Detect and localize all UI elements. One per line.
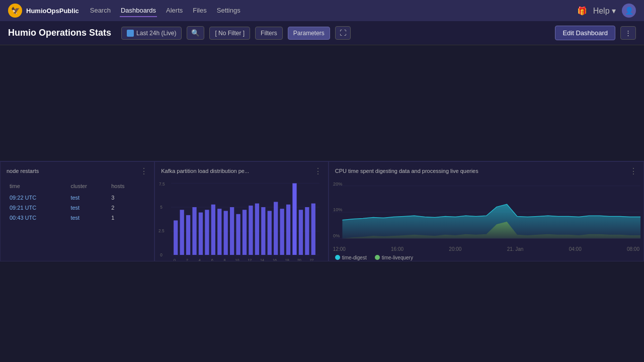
svg-text:7.5: 7.5 [159,182,165,187]
table-row: 00:43 UTC test 1 [10,213,145,222]
fullscreen-button[interactable]: ⛶ [335,26,351,40]
cluster-link[interactable]: test [70,195,79,201]
svg-rect-59 [274,202,278,254]
gift-icon[interactable]: 🎁 [577,6,587,16]
svg-rect-48 [205,210,209,255]
svg-text:20: 20 [297,258,301,261]
search-button[interactable]: 🔍 [187,26,204,40]
bottom-row: node restarts ⋮ time cluster hosts 09:22… [0,161,644,261]
cluster-link[interactable]: test [70,205,79,211]
dashboard-grid: ingest latency (live tail) seconds: mean… [0,45,644,161]
svg-rect-54 [243,210,247,255]
panel-header: Kafka partition load distribution pe... … [155,162,328,178]
nav-settings[interactable]: Settings [216,5,242,17]
nav-alerts[interactable]: Alerts [165,5,184,17]
brand: 🦅 HumioOpsPublic [8,4,79,18]
svg-text:2.5: 2.5 [158,228,165,233]
svg-rect-51 [224,211,228,255]
more-options-button[interactable]: ⋮ [620,26,636,40]
svg-text:10: 10 [235,258,239,261]
time-filter-button[interactable]: Last 24h (Live) [121,27,182,40]
nav-search[interactable]: Search [89,5,112,17]
panel-body: 20% 10% 0% [329,178,643,246]
svg-text:6: 6 [211,258,213,261]
user-avatar[interactable]: 👤 [622,4,636,18]
chart-legend: time-digest time-livequery [329,253,643,261]
hosts-value: 1 [111,213,145,222]
svg-rect-52 [230,207,234,255]
help-menu[interactable]: Help ▾ [593,6,616,16]
svg-rect-56 [255,204,259,255]
svg-text:5: 5 [160,205,163,210]
svg-rect-65 [311,204,315,255]
digest-color [335,255,340,260]
svg-rect-46 [193,207,197,255]
cluster-link[interactable]: test [70,215,79,221]
table-row: 09:21 UTC test 2 [10,203,145,212]
nav-dashboards[interactable]: Dashboards [120,5,157,17]
svg-rect-44 [180,210,184,255]
time-labels: 12:0016:0020:0021. Jan04:0008:00 [329,246,643,252]
checkbox-icon [127,30,134,37]
svg-rect-43 [174,220,178,255]
svg-text:18: 18 [285,258,289,261]
svg-text:0: 0 [160,252,163,257]
panel-cpu-digesting: CPU time spent digesting data and proces… [329,161,644,261]
time-link[interactable]: 09:22 UTC [10,195,36,201]
parameters-label: Parameters [293,30,325,37]
svg-text:0%: 0% [333,233,340,238]
panel-body: 7.5 5 2.5 0 [155,178,328,261]
svg-rect-64 [305,207,309,255]
col-cluster: cluster [70,181,110,192]
panel-title: Kafka partition load distribution pe... [161,168,249,174]
panel-menu-icon[interactable]: ⋮ [629,166,637,176]
livequery-color [375,255,380,260]
svg-rect-58 [268,211,272,255]
panel-title: CPU time spent digesting data and proces… [335,168,478,174]
svg-rect-57 [261,207,265,255]
svg-rect-61 [286,205,290,255]
time-link[interactable]: 00:43 UTC [10,215,36,221]
brand-logo: 🦅 [8,4,22,18]
top-nav: 🦅 HumioOpsPublic Search Dashboards Alert… [0,0,644,21]
svg-rect-60 [280,209,284,255]
nav-files[interactable]: Files [192,5,207,17]
col-time: time [10,181,69,192]
no-filter-button[interactable]: [ No Filter ] [209,27,250,40]
livequery-label: time-livequery [382,255,413,260]
kafka-chart: 7.5 5 2.5 0 [158,178,325,261]
page-title: Humio Operations Stats [8,28,111,38]
cpu-digesting-chart: 20% 10% 0% [332,178,640,246]
svg-text:20%: 20% [333,182,342,187]
panel-node-restarts: node restarts ⋮ time cluster hosts 09:22… [0,161,154,261]
svg-text:4: 4 [199,258,201,261]
digest-label: time-digest [342,255,367,260]
nav-links: Search Dashboards Alerts Files Settings [89,5,242,17]
svg-rect-62 [293,184,297,255]
filters-label: Filters [261,30,277,37]
svg-rect-55 [249,206,253,255]
parameters-button[interactable]: Parameters [288,27,330,40]
svg-text:22: 22 [310,258,314,261]
panel-header: CPU time spent digesting data and proces… [329,162,643,178]
panel-menu-icon[interactable]: ⋮ [314,166,322,176]
svg-text:16: 16 [273,258,277,261]
svg-text:0: 0 [174,258,176,261]
panel-header: node restarts ⋮ [1,162,154,178]
panel-body: time cluster hosts 09:22 UTC test 3 09:2… [1,178,154,261]
brand-name: HumioOpsPublic [26,7,79,15]
time-link[interactable]: 09:21 UTC [10,205,36,211]
svg-text:14: 14 [260,258,264,261]
svg-rect-47 [199,213,203,255]
node-restarts-table: time cluster hosts 09:22 UTC test 3 09:2… [5,178,150,225]
panel-menu-icon[interactable]: ⋮ [140,166,148,176]
svg-rect-53 [236,214,240,255]
filters-button[interactable]: Filters [255,27,283,40]
edit-dashboard-button[interactable]: Edit Dashboard [555,26,615,40]
col-hosts: hosts [111,181,145,192]
svg-text:10%: 10% [333,207,342,212]
svg-text:12: 12 [248,258,252,261]
hosts-value: 2 [111,203,145,212]
legend-digest: time-digest [335,255,367,260]
panel-title: node restarts [7,168,39,174]
